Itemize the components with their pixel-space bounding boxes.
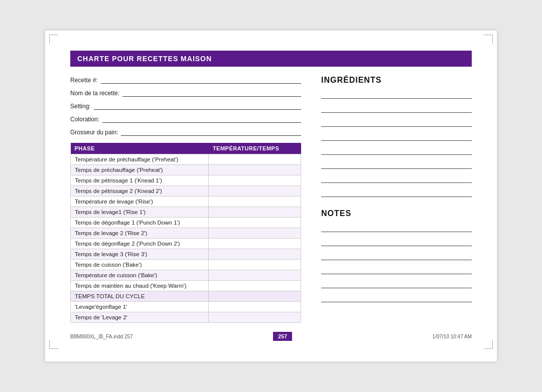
table-row: Temps de préchauffage ('Preheat'): [71, 165, 301, 175]
nom-field: Nom de la recette:: [70, 89, 301, 97]
table-row: TEMPS TOTAL DU CYCLE: [71, 291, 301, 302]
notes-title: NOTES: [321, 209, 472, 218]
page-number: 257: [273, 332, 292, 341]
ingredients-section: INGRÉDIENTS: [321, 76, 472, 197]
temp-cell: [209, 218, 301, 228]
notes-line: [321, 237, 472, 246]
ingredient-line: [321, 118, 472, 127]
table-row: Temps de 'Levage 2': [71, 312, 301, 323]
temp-cell: [209, 154, 301, 165]
notes-line: [321, 223, 472, 232]
phase-cell: Temps de dégonflage 1 ('Punch Down 1'): [71, 218, 209, 228]
ingredients-title: INGRÉDIENTS: [321, 76, 472, 85]
temp-cell: [209, 291, 301, 302]
recette-label: Recette #:: [70, 77, 98, 84]
table-row: Temps de dégonflage 2 ('Punch Down 2'): [71, 239, 301, 249]
setting-label: Setting:: [70, 103, 91, 110]
corner-mark-tl: [49, 35, 58, 44]
temp-cell: [209, 165, 301, 175]
header-bar: CHARTE POUR RECETTES MAISON: [70, 51, 472, 67]
phase-cell: Temps de dégonflage 2 ('Punch Down 2'): [71, 239, 209, 249]
table-row: Température de préchauffage ('Preheat'): [71, 154, 301, 165]
temp-cell: [209, 312, 301, 323]
phase-cell: Temps de maintien au chaud ('Keep Warm'): [71, 281, 209, 291]
phase-cell: Temps de levage1 ('Rise 1'): [71, 207, 209, 218]
right-column: INGRÉDIENTS NOTES: [321, 76, 472, 323]
temp-cell: [209, 281, 301, 291]
notes-lines: [321, 223, 472, 302]
ingredient-line: [321, 104, 472, 113]
phase-cell: Température de levage ('Rise'): [71, 197, 209, 207]
temp-cell: [209, 197, 301, 207]
ingredient-line: [321, 132, 472, 141]
phase-cell: 'Levage'égonflage 1': [71, 302, 209, 312]
phase-cell: Temps de levage 3 ('Rise 3'): [71, 249, 209, 260]
coloration-label: Coloration:: [70, 116, 99, 123]
ingredient-line: [321, 146, 472, 155]
coloration-underline: [102, 115, 301, 123]
table-row: 'Levage'égonflage 1': [71, 302, 301, 312]
phase-cell: Temps de 'Levage 2': [71, 312, 209, 323]
temp-cell: [209, 249, 301, 260]
corner-mark-bl: [49, 340, 58, 349]
temp-cell: [209, 207, 301, 218]
temp-cell: [209, 175, 301, 186]
grosseur-label: Grosseur du pain:: [70, 129, 118, 136]
table-row: Temps de cuisson ('Bake'): [71, 260, 301, 270]
temp-cell: [209, 270, 301, 281]
ingredient-lines: [321, 90, 472, 197]
nom-underline: [122, 89, 301, 97]
phase-cell: Temps de pétrissage 2 ('Knead 2'): [71, 186, 209, 197]
notes-section: NOTES: [321, 209, 472, 302]
table-row: Temps de dégonflage 1 ('Punch Down 1'): [71, 218, 301, 228]
table-row: Temps de pétrissage 1 ('Knead 1'): [71, 175, 301, 186]
temp-cell: [209, 228, 301, 239]
phase-cell: Temps de pétrissage 1 ('Knead 1'): [71, 175, 209, 186]
header-title: CHARTE POUR RECETTES MAISON: [77, 55, 212, 63]
table-row: Temps de levage1 ('Rise 1'): [71, 207, 301, 218]
temp-cell: [209, 260, 301, 270]
ingredient-line: [321, 90, 472, 99]
footer: BBM800XL_IB_FA.indd 257 257 1/07/10 10:4…: [70, 332, 472, 341]
notes-line: [321, 293, 472, 302]
grosseur-underline: [121, 128, 301, 136]
notes-line: [321, 265, 472, 274]
page: CHARTE POUR RECETTES MAISON Recette #: N…: [45, 31, 497, 361]
coloration-field: Coloration:: [70, 115, 301, 123]
phase-cell: Temps de levage 2 ('Rise 2'): [71, 228, 209, 239]
ingredient-line: [321, 174, 472, 183]
setting-underline: [94, 102, 301, 110]
phase-cell: TEMPS TOTAL DU CYCLE: [71, 291, 209, 302]
table-body: Température de préchauffage ('Preheat')T…: [71, 154, 301, 323]
footer-right: 1/07/10 10:47 AM: [433, 334, 472, 339]
table-row: Temps de maintien au chaud ('Keep Warm'): [71, 281, 301, 291]
phase-cell: Température de cuisson ('Bake'): [71, 270, 209, 281]
table-row: Température de cuisson ('Bake'): [71, 270, 301, 281]
notes-line: [321, 251, 472, 260]
phase-cell: Temps de préchauffage ('Preheat'): [71, 165, 209, 175]
table-row: Température de levage ('Rise'): [71, 197, 301, 207]
col-phase-header: PHASE: [71, 143, 209, 154]
table-row: Temps de pétrissage 2 ('Knead 2'): [71, 186, 301, 197]
ingredient-line: [321, 188, 472, 197]
temp-cell: [209, 186, 301, 197]
phase-table: PHASE TEMPÉRATURE/TEMPS Température de p…: [70, 143, 301, 323]
table-row: Temps de levage 3 ('Rise 3'): [71, 249, 301, 260]
footer-left: BBM800XL_IB_FA.indd 257: [70, 334, 133, 339]
temp-cell: [209, 239, 301, 249]
corner-mark-tr: [484, 35, 493, 44]
nom-label: Nom de la recette:: [70, 90, 119, 97]
left-column: Recette #: Nom de la recette: Setting: C…: [70, 76, 301, 323]
phase-cell: Température de préchauffage ('Preheat'): [71, 154, 209, 165]
table-header-row: PHASE TEMPÉRATURE/TEMPS: [71, 143, 301, 154]
notes-line: [321, 279, 472, 288]
table-row: Temps de levage 2 ('Rise 2'): [71, 228, 301, 239]
main-content: Recette #: Nom de la recette: Setting: C…: [70, 76, 472, 323]
temp-cell: [209, 302, 301, 312]
col-temp-header: TEMPÉRATURE/TEMPS: [209, 143, 301, 154]
setting-field: Setting:: [70, 102, 301, 110]
grosseur-field: Grosseur du pain:: [70, 128, 301, 136]
recette-underline: [101, 76, 301, 84]
ingredient-line: [321, 160, 472, 169]
corner-mark-br: [484, 340, 493, 349]
